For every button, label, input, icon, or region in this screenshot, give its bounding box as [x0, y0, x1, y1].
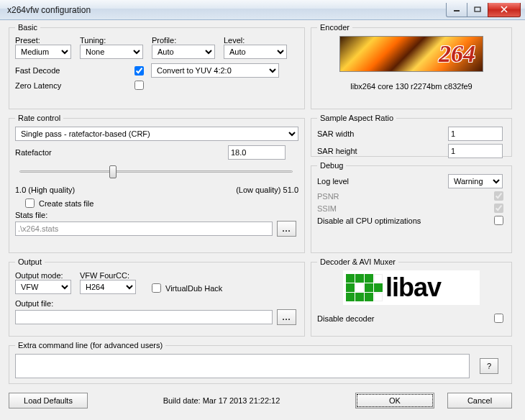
extra-cmd-textarea[interactable]: [15, 354, 470, 378]
sar-width-label: SAR width: [317, 129, 448, 138]
output-file-label: Output file:: [15, 299, 298, 308]
rate-mode-select[interactable]: Single pass - ratefactor-based (CRF): [15, 127, 298, 141]
ratefactor-label: Ratefactor: [15, 148, 228, 157]
window-title: x264vfw configuration: [7, 5, 447, 15]
encoder-version: libx264 core 130 r2274bm c832fe9: [317, 82, 506, 91]
svg-rect-0: [454, 10, 460, 12]
x264-logo: 264: [339, 36, 483, 72]
basic-legend: Basic: [15, 23, 40, 32]
cancel-button[interactable]: Cancel: [447, 393, 512, 408]
decoder-legend: Decoder & AVI Muxer: [317, 257, 398, 266]
output-browse-button[interactable]: ...: [277, 309, 296, 325]
ratefactor-input[interactable]: [228, 145, 286, 160]
create-stats-label: Create stats file: [39, 199, 93, 208]
fast-decode-label: Fast Decode: [15, 66, 134, 75]
decoder-group: Decoder & AVI Muxer libav Disable decode…: [311, 257, 512, 337]
profile-label: Profile:: [152, 36, 224, 45]
debug-group: Debug Log level Warning PSNR SSIM Disabl…: [311, 161, 512, 253]
tuning-select[interactable]: None: [80, 45, 143, 59]
tuning-label: Tuning:: [80, 36, 152, 45]
disable-decoder-checkbox[interactable]: [494, 314, 503, 323]
sar-height-label: SAR height: [317, 147, 448, 155]
rate-legend: Rate control: [15, 114, 63, 122]
disable-decoder-label: Disable decoder: [317, 314, 494, 323]
level-select[interactable]: Auto: [224, 45, 287, 59]
extra-legend: Extra command line (for advanced users): [15, 341, 165, 350]
encoder-group: Encoder 264 libx264 core 130 r2274bm c83…: [311, 23, 512, 109]
ok-button[interactable]: OK: [355, 393, 434, 408]
minimize-button[interactable]: [446, 3, 467, 17]
level-label: Level:: [224, 36, 296, 45]
ssim-checkbox: [494, 204, 503, 213]
disable-cpu-checkbox[interactable]: [494, 216, 503, 225]
preset-label: Preset:: [15, 36, 80, 45]
output-mode-select[interactable]: VFW: [15, 280, 71, 294]
ratefactor-slider[interactable]: [19, 163, 293, 180]
window-buttons: [447, 3, 521, 17]
output-file-input[interactable]: [15, 310, 273, 324]
debug-legend: Debug: [317, 161, 346, 170]
stats-file-label: Stats file:: [15, 211, 298, 219]
preset-select[interactable]: Medium: [15, 45, 71, 59]
zero-latency-label: Zero Latency: [15, 81, 134, 90]
extra-help-button[interactable]: ?: [480, 358, 498, 374]
stats-browse-button[interactable]: ...: [277, 221, 296, 237]
output-legend: Output: [15, 257, 45, 266]
rate-control-group: Rate control Single pass - ratefactor-ba…: [9, 114, 305, 253]
maximize-button[interactable]: [467, 3, 488, 17]
loglevel-label: Log level: [317, 177, 448, 186]
profile-select[interactable]: Auto: [152, 45, 215, 59]
sar-height-input[interactable]: [448, 144, 503, 158]
sar-legend: Sample Aspect Ratio: [317, 114, 396, 122]
stats-file-input[interactable]: [15, 222, 273, 236]
titlebar: x264vfw configuration: [0, 0, 525, 20]
client-area: Basic Preset: Medium Tuning: None Profil…: [0, 20, 525, 420]
disable-cpu-label: Disable all CPU optimizations: [317, 216, 494, 225]
fourcc-select[interactable]: H264: [80, 280, 136, 294]
fourcc-label: VFW FourCC:: [80, 271, 152, 280]
output-group: Output Output mode: VFW VFW FourCC: H264…: [9, 257, 305, 337]
zero-latency-checkbox[interactable]: [134, 81, 144, 90]
build-date-label: Build date: Mar 17 2013 21:22:12: [88, 396, 355, 405]
load-defaults-button[interactable]: Load Defaults: [9, 393, 88, 408]
encoder-legend: Encoder: [317, 23, 352, 32]
svg-rect-1: [475, 7, 480, 12]
create-stats-checkbox[interactable]: [25, 198, 35, 208]
vdub-hack-label: VirtualDub Hack: [165, 284, 222, 293]
sar-group: Sample Aspect Ratio SAR width SAR height: [311, 114, 512, 157]
extra-cmd-group: Extra command line (for advanced users) …: [9, 341, 512, 384]
vdub-hack-checkbox[interactable]: [152, 283, 161, 293]
ssim-label: SSIM: [317, 204, 494, 213]
libav-logo: libav: [343, 270, 480, 305]
psnr-label: PSNR: [317, 192, 494, 201]
slider-min-label: 1.0 (High quality): [15, 186, 236, 194]
colorspace-select[interactable]: Convert to YUV 4:2:0: [151, 63, 279, 78]
loglevel-select[interactable]: Warning: [448, 174, 503, 188]
slider-max-label: (Low quality) 51.0: [236, 186, 298, 194]
psnr-checkbox: [494, 191, 503, 201]
fast-decode-checkbox[interactable]: [134, 66, 144, 76]
close-button[interactable]: [488, 3, 521, 17]
output-mode-label: Output mode:: [15, 271, 80, 280]
basic-group: Basic Preset: Medium Tuning: None Profil…: [9, 23, 305, 109]
sar-width-input[interactable]: [448, 127, 503, 141]
